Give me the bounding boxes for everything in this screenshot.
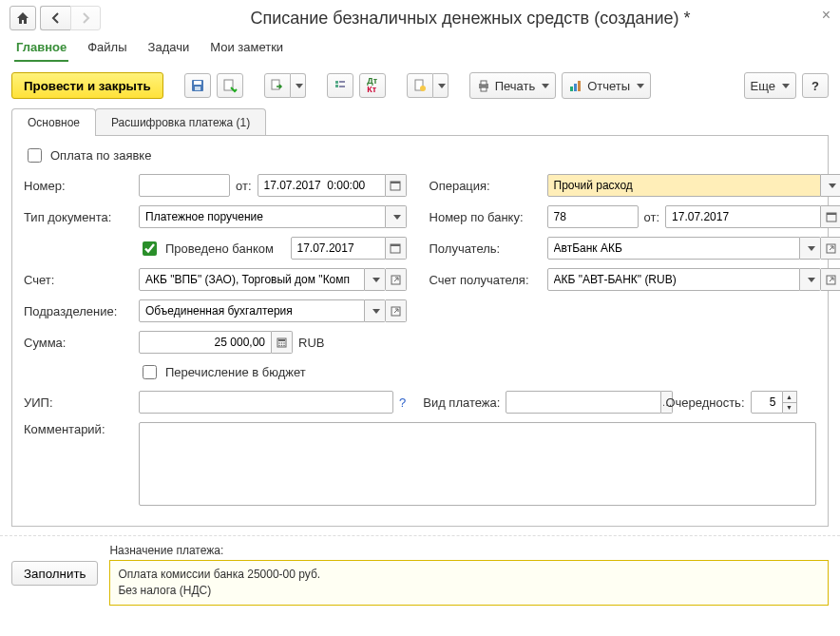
sum-input[interactable]: [139, 331, 272, 354]
recipient-input[interactable]: [547, 237, 801, 260]
recaccount-input[interactable]: [547, 268, 801, 291]
paytype-input[interactable]: [506, 391, 661, 414]
account-dropdown[interactable]: [365, 268, 386, 291]
svg-point-29: [281, 344, 283, 346]
bank-done-date-input[interactable]: [291, 237, 386, 260]
svg-rect-7: [339, 81, 345, 83]
create-based-on-button[interactable]: [264, 73, 306, 98]
dept-open[interactable]: [386, 299, 407, 322]
operation-select[interactable]: [547, 174, 822, 197]
svg-point-28: [278, 344, 280, 346]
uip-label: УИП:: [24, 395, 133, 410]
help-button[interactable]: ?: [802, 73, 829, 98]
dept-input[interactable]: [139, 299, 365, 322]
close-button[interactable]: ×: [822, 8, 830, 23]
svg-rect-4: [272, 80, 279, 89]
sum-calculator[interactable]: [272, 331, 293, 354]
chevron-down-icon: [372, 309, 380, 314]
structure-button[interactable]: [327, 73, 353, 98]
priority-label: Очередность:: [665, 395, 744, 410]
subtab-basic[interactable]: Основное: [11, 108, 96, 136]
arrow-left-icon: [48, 10, 64, 26]
date2-input[interactable]: [665, 205, 821, 228]
paytype-label: Вид платежа:: [423, 395, 500, 410]
form-panel: Оплата по заявке Номер: от: Тип документ…: [11, 135, 829, 527]
tab-tasks[interactable]: Задачи: [146, 34, 192, 62]
printer-icon: [476, 78, 491, 93]
svg-point-25: [278, 342, 280, 344]
svg-rect-32: [827, 213, 836, 215]
recaccount-open[interactable]: [821, 268, 840, 291]
recaccount-label: Счет получателя:: [430, 273, 542, 287]
priority-spinner[interactable]: ▲▼: [783, 391, 797, 414]
uip-help[interactable]: ?: [399, 395, 406, 410]
dt-kt-icon: ДтКт: [367, 77, 377, 94]
open-icon: [391, 275, 401, 285]
window-title: Списание безналичных денежных средств (с…: [110, 9, 830, 29]
more-button[interactable]: Еще: [744, 72, 796, 99]
account-input[interactable]: [139, 268, 365, 291]
post-button[interactable]: [217, 73, 243, 98]
pay-by-request-label: Оплата по заявке: [50, 148, 151, 163]
from1-label: от:: [236, 179, 252, 193]
doctype-label: Тип документа:: [24, 210, 133, 224]
tab-files[interactable]: Файлы: [86, 34, 128, 62]
account-open[interactable]: [386, 268, 407, 291]
comment-textarea[interactable]: [139, 422, 816, 506]
recipient-label: Получатель:: [430, 241, 542, 256]
svg-rect-12: [481, 81, 487, 85]
attach-button[interactable]: [407, 73, 449, 98]
budget-transfer-checkbox[interactable]: Перечисление в бюджет: [139, 362, 306, 382]
save-button[interactable]: [184, 73, 211, 98]
svg-rect-16: [578, 81, 581, 91]
budget-transfer-label: Перечисление в бюджет: [165, 365, 306, 379]
dept-dropdown[interactable]: [365, 299, 386, 322]
number-label: Номер:: [24, 179, 133, 193]
reports-button[interactable]: Отчеты: [562, 72, 651, 99]
chevron-down-icon: [542, 84, 549, 88]
svg-rect-1: [194, 81, 201, 85]
post-and-close-button[interactable]: Провести и закрыть: [11, 72, 163, 99]
uip-input[interactable]: [139, 391, 393, 414]
recipient-dropdown[interactable]: [800, 237, 821, 260]
tab-notes[interactable]: Мои заметки: [208, 34, 285, 62]
print-button[interactable]: Печать: [469, 72, 557, 99]
doctype-dropdown[interactable]: [386, 205, 407, 228]
recipient-open[interactable]: [821, 237, 840, 260]
chevron-down-icon: [637, 84, 644, 88]
bank-done-checkbox[interactable]: Проведено банком: [139, 239, 274, 259]
home-button[interactable]: [10, 6, 36, 30]
recaccount-dropdown[interactable]: [800, 268, 821, 291]
svg-rect-13: [481, 87, 487, 91]
back-button[interactable]: [40, 6, 70, 30]
pay-by-request-checkbox[interactable]: Оплата по заявке: [24, 145, 151, 165]
bank-done-label: Проведено банком: [165, 241, 274, 256]
svg-rect-24: [278, 339, 285, 341]
destination-text[interactable]: Оплата комиссии банка 25000-00 руб. Без …: [109, 560, 829, 606]
date2-picker[interactable]: [821, 205, 840, 228]
operation-dropdown[interactable]: [821, 174, 840, 197]
forward-button[interactable]: [70, 6, 101, 30]
open-icon: [391, 306, 401, 317]
chevron-down-icon: [393, 215, 401, 220]
banknum-input[interactable]: [547, 205, 639, 228]
svg-rect-18: [391, 182, 400, 183]
chart-icon: [568, 78, 583, 93]
home-icon: [15, 10, 30, 26]
doctype-select[interactable]: [139, 205, 386, 228]
account-label: Счет:: [24, 273, 133, 287]
priority-input[interactable]: [751, 391, 783, 414]
fill-button[interactable]: Заполнить: [11, 561, 98, 586]
date1-picker[interactable]: [386, 174, 407, 197]
date1-input[interactable]: [258, 174, 386, 197]
clip-icon: [412, 78, 428, 93]
calculator-icon: [277, 337, 287, 348]
operation-label: Операция:: [430, 179, 542, 193]
subtab-decode[interactable]: Расшифровка платежа (1): [95, 108, 266, 136]
tab-main[interactable]: Главное: [14, 34, 68, 62]
calendar-icon: [390, 242, 401, 254]
debit-credit-button[interactable]: ДтКт: [359, 73, 386, 98]
bank-done-date-picker[interactable]: [386, 237, 407, 260]
number-input[interactable]: [139, 174, 230, 197]
chevron-down-icon: [782, 84, 790, 88]
